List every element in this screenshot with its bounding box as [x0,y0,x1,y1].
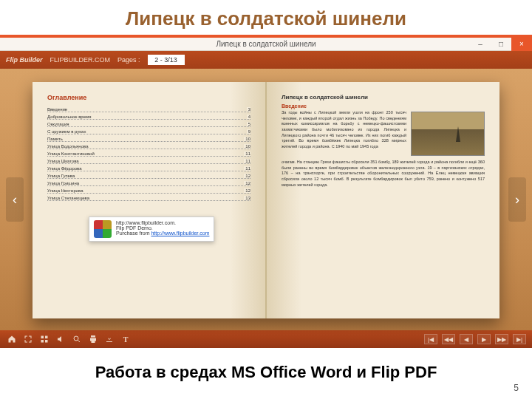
toc-item[interactable]: Улица Шкатова11 [47,159,250,164]
maximize-button[interactable]: □ [491,38,511,51]
svg-rect-3 [45,340,48,343]
next-page-arrow[interactable]: › [508,177,526,222]
slide-title: Липецк в солдатской шинели [0,0,532,35]
os-titlebar: Липецк в солдатской шинели – □ × [0,38,532,51]
toc-item[interactable]: Улица Водопьянова10 [47,144,250,149]
toc-item[interactable]: Улица Гусева12 [47,174,250,179]
close-button[interactable]: × [511,38,532,51]
article-body: За годы войны с Липецкой земли ушли на ф… [282,110,485,188]
flipbuilder-icon [94,220,112,238]
watermark-line1: http://www.flipbuilder.com. [116,220,209,225]
svg-point-4 [74,336,78,341]
toc-item[interactable]: Добровольное время4 [47,115,250,120]
fullscreen-icon[interactable] [22,333,34,345]
page-nav-buttons: |◀ ◀◀ ◀ ▶ ▶▶ ▶| [424,334,526,344]
site-label: FLIPBUILDER.COM [50,56,111,64]
article-para-2: очагам. На станцию Грязи фашисты сбросил… [282,160,485,187]
page-input[interactable] [148,55,185,65]
minimize-button[interactable]: – [470,38,491,51]
thumbnails-icon[interactable] [38,333,50,345]
toc-item[interactable]: Улица Фёдорова11 [47,166,250,171]
text-tool-icon[interactable]: T [120,333,132,345]
left-tools: T [6,333,132,345]
watermark-line3-prefix: Purchase from [116,231,151,236]
article-image [411,112,485,156]
open-book: Оглавление Введение3Добровольное время4О… [33,82,499,318]
svg-rect-0 [41,336,44,339]
first-page-button[interactable]: |◀ [424,334,437,344]
slide-number: 5 [514,383,519,393]
last-page-button[interactable]: ▶| [513,334,526,344]
article-subtitle: Введение [282,103,485,109]
brand-label: Flip Builder [6,56,43,64]
toc-item[interactable]: Оккупация5 [47,122,250,127]
prev-button[interactable]: ◀ [460,334,473,344]
fast-next-button[interactable]: ▶▶ [495,334,508,344]
download-icon[interactable] [103,333,115,345]
window-title: Липецк в солдатской шинели [216,40,316,48]
toc-list: Введение3Добровольное время4Оккупация5С … [47,107,250,201]
app-top-bar: Flip Builder FLIPBUILDER.COM Pages : [0,51,532,69]
pages-label: Pages : [117,56,140,64]
print-icon[interactable] [87,333,99,345]
next-button[interactable]: ▶ [477,334,491,344]
toc-item[interactable]: Улица Степанищева13 [47,196,250,201]
article-para-1: За годы войны с Липецкой земли ушли на ф… [282,110,406,149]
toc-item[interactable]: Память10 [47,137,250,142]
book-viewer: ‹ › Оглавление Введение3Добровольное вре… [0,69,532,330]
toc-item[interactable]: Улица Гришина12 [47,181,250,186]
fast-prev-button[interactable]: ◀◀ [442,334,455,344]
demo-watermark: http://www.flipbuilder.com. Flip PDF Dem… [89,216,214,242]
app-bottom-bar: T |◀ ◀◀ ◀ ▶ ▶▶ ▶| [0,330,532,348]
article-title: Липецк в солдатской шинели [282,94,485,100]
toc-item[interactable]: Улица Константиновой11 [47,151,250,157]
svg-rect-1 [45,336,48,339]
home-icon[interactable] [6,333,18,345]
toc-heading: Оглавление [47,94,250,101]
watermark-line2: Flip PDF Demo. [116,225,209,231]
left-page[interactable]: Оглавление Введение3Добровольное время4О… [33,82,266,318]
toc-item[interactable]: Улица Нестерова12 [47,188,250,194]
prev-page-arrow[interactable]: ‹ [6,177,24,222]
right-page[interactable]: Липецк в солдатской шинели Введение За г… [266,82,499,318]
svg-rect-2 [41,340,44,343]
toc-item[interactable]: С оружием в руках9 [47,129,250,134]
watermark-link[interactable]: http://www.flipbuilder.com [151,231,209,236]
toc-item[interactable]: Введение3 [47,107,250,112]
sound-icon[interactable] [55,333,66,345]
search-icon[interactable] [71,333,83,345]
flip-pdf-app: Flip Builder FLIPBUILDER.COM Pages : ‹ ›… [0,51,532,348]
slide-caption: Работа в средах MS Office Word и Flip PD… [0,348,532,382]
